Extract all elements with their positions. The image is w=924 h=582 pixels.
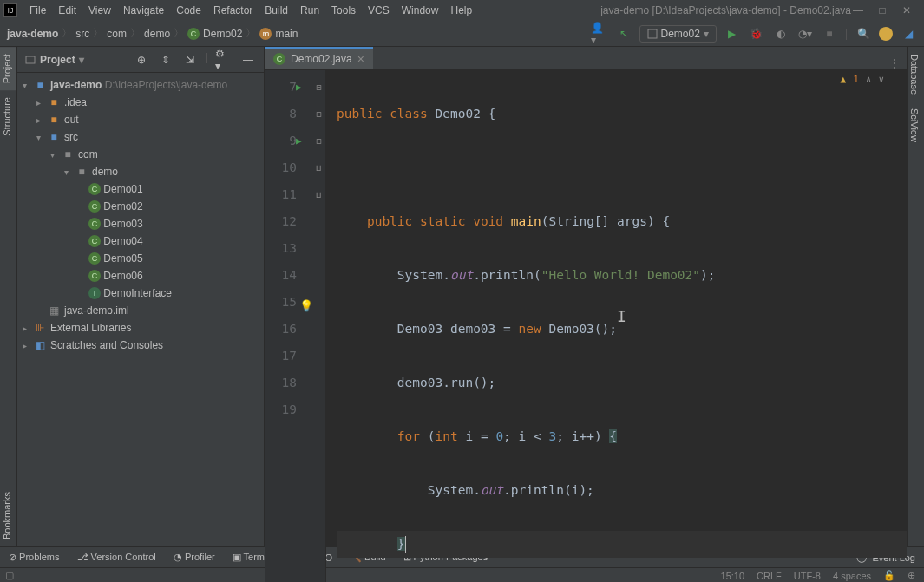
hide-icon[interactable]: — xyxy=(239,51,257,69)
tree-com-folder[interactable]: ▾■com xyxy=(17,146,264,163)
menu-refactor[interactable]: Refactor xyxy=(208,3,258,18)
run-config-selector[interactable]: Demo02 ▾ xyxy=(639,25,717,43)
build-icon[interactable]: ↖ xyxy=(615,25,632,43)
class-icon: C xyxy=(273,53,285,65)
tree-interface[interactable]: I DemoInterface xyxy=(17,284,264,302)
menu-vcs[interactable]: VCS xyxy=(363,3,395,18)
class-icon: C xyxy=(88,218,101,230)
editor-tab-label: Demo02.java xyxy=(291,53,352,65)
interface-icon: I xyxy=(88,287,101,299)
tree-class-demo05[interactable]: C Demo05 xyxy=(17,250,264,267)
add-user-icon[interactable]: 👤▾ xyxy=(591,25,608,43)
expand-all-icon[interactable]: ⇕ xyxy=(157,51,174,69)
collapse-all-icon[interactable]: ⇲ xyxy=(181,51,199,69)
select-opened-icon[interactable]: ⊕ xyxy=(133,51,150,69)
editor-tab-options[interactable]: ⋮ xyxy=(882,57,907,69)
method-icon: m xyxy=(259,28,272,40)
problems-tool[interactable]: ⊘ Problems xyxy=(9,552,60,563)
breadcrumb-item[interactable]: Demo02 xyxy=(203,28,242,40)
tree-iml-file[interactable]: ▦java-demo.iml xyxy=(17,302,264,319)
ide-updates-icon[interactable]: ◢ xyxy=(900,25,917,43)
svg-rect-0 xyxy=(648,29,657,38)
toolwindow-bookmarks-tab[interactable]: Bookmarks xyxy=(0,485,16,546)
project-icon xyxy=(24,54,36,66)
titlebar: IJ File Edit View Navigate Code Refactor… xyxy=(0,0,924,21)
stop-button[interactable]: ■ xyxy=(821,25,838,43)
project-panel-header: Project ▾ ⊕ ⇕ ⇲ | ⚙ ▾ — xyxy=(17,47,264,73)
navbar: java-demo 〉 src 〉 com 〉 demo 〉 C Demo02 … xyxy=(0,21,924,47)
menu-tools[interactable]: Tools xyxy=(326,3,361,18)
menu-window[interactable]: Window xyxy=(396,3,444,18)
class-icon: C xyxy=(88,235,101,247)
profile-button[interactable]: ◔▾ xyxy=(796,25,814,43)
menu-build[interactable]: Build xyxy=(259,3,293,18)
tree-class-demo01[interactable]: C Demo01 xyxy=(17,180,264,198)
vcs-tool[interactable]: ⎇ Version Control xyxy=(77,552,156,563)
profiler-tool[interactable]: ◔ Profiler xyxy=(174,552,215,563)
class-icon: C xyxy=(88,270,101,282)
tree-idea-folder[interactable]: ▸■.idea xyxy=(17,94,264,111)
breadcrumb-item[interactable]: main xyxy=(275,28,298,40)
svg-rect-1 xyxy=(26,56,35,63)
toolwindow-sciview-tab[interactable]: SciView xyxy=(908,101,921,149)
search-icon[interactable]: 🔍 xyxy=(855,25,872,43)
tree-class-demo04[interactable]: C Demo04 xyxy=(17,232,264,250)
menu-help[interactable]: Help xyxy=(445,3,477,18)
maximize-button[interactable]: □ xyxy=(875,3,889,17)
code-editor[interactable]: public class Demo02 { public static void… xyxy=(326,70,907,582)
coverage-button[interactable]: ◐ xyxy=(772,25,790,43)
toolwindow-toggle-icon[interactable]: ▢ xyxy=(5,570,14,581)
toolwindow-structure-tab[interactable]: Structure xyxy=(0,90,16,143)
tree-class-demo02[interactable]: C Demo02 xyxy=(17,198,264,215)
project-panel-title[interactable]: Project ▾ xyxy=(24,54,84,66)
tab-close-icon[interactable]: × xyxy=(357,52,364,66)
toolwindow-database-tab[interactable]: Database xyxy=(908,47,921,101)
fold-gutter[interactable]: ⊟⊟⊟⊔⊔ xyxy=(312,70,326,582)
minimize-button[interactable]: — xyxy=(851,3,865,17)
tree-out-folder[interactable]: ▸■out xyxy=(17,111,264,128)
editor-body[interactable]: 789 101112 131415 161718 19 ▶ ▶ 💡 ⊟⊟⊟⊔⊔ … xyxy=(265,70,907,582)
toolwindow-project-tab[interactable]: Project xyxy=(0,47,16,90)
tree-external-libs[interactable]: ▸⊪External Libraries xyxy=(17,319,264,337)
config-icon xyxy=(647,29,658,39)
breadcrumb-item[interactable]: com xyxy=(107,28,127,40)
warning-icon: ▲ xyxy=(841,74,847,85)
breadcrumb: java-demo 〉 src 〉 com 〉 demo 〉 C Demo02 … xyxy=(7,26,298,41)
app-icon: IJ xyxy=(3,3,17,17)
tree-demo-folder[interactable]: ▾■demo xyxy=(17,163,264,180)
close-button[interactable]: ✕ xyxy=(900,3,914,17)
status-extra-icon[interactable]: ⊕ xyxy=(908,570,915,581)
tree-class-demo06[interactable]: C Demo06 xyxy=(17,267,264,284)
run-gutter-icon[interactable]: ▶ xyxy=(296,74,302,101)
menu-file[interactable]: File xyxy=(24,3,51,18)
avatar[interactable] xyxy=(879,27,893,41)
debug-button[interactable]: 🐞 xyxy=(748,25,765,43)
tree-root[interactable]: ▾■java-demo D:\IdeaProjects\java-demo xyxy=(17,76,264,94)
settings-icon[interactable]: ⚙ ▾ xyxy=(215,51,233,69)
project-panel: Project ▾ ⊕ ⇕ ⇲ | ⚙ ▾ — ▾■java-demo D:\I… xyxy=(17,47,265,546)
breadcrumb-item[interactable]: demo xyxy=(144,28,170,40)
tree-class-demo03[interactable]: C Demo03 xyxy=(17,215,264,232)
class-icon: C xyxy=(187,28,200,40)
intention-bulb-icon[interactable]: 💡 xyxy=(299,292,313,319)
menu-code[interactable]: Code xyxy=(171,3,206,18)
breadcrumb-item[interactable]: java-demo xyxy=(7,28,58,40)
line-number-gutter[interactable]: 789 101112 131415 161718 19 ▶ ▶ 💡 xyxy=(265,70,312,582)
main-layout: Project Structure Bookmarks Project ▾ ⊕ … xyxy=(0,47,924,546)
tree-scratches[interactable]: ▸◧Scratches and Consoles xyxy=(17,337,264,354)
menu-view[interactable]: View xyxy=(83,3,116,18)
breadcrumb-item[interactable]: src xyxy=(75,28,89,40)
menu-run[interactable]: Run xyxy=(295,3,324,18)
menu-navigate[interactable]: Navigate xyxy=(118,3,169,18)
run-button[interactable]: ▶ xyxy=(724,25,741,43)
tree-src-folder[interactable]: ▾■src xyxy=(17,128,264,146)
inspection-widget[interactable]: ▲1 ∧∨ xyxy=(841,74,885,85)
editor-tabbar: C Demo02.java × ⋮ xyxy=(265,47,907,70)
editor-tab-demo02[interactable]: C Demo02.java × xyxy=(265,47,373,69)
run-config-name: Demo02 xyxy=(661,28,700,40)
run-gutter-icon[interactable]: ▶ xyxy=(296,128,302,154)
left-toolwindow-bar: Project Structure Bookmarks xyxy=(0,47,17,546)
class-icon: C xyxy=(88,200,101,213)
right-toolwindow-bar: Database SciView xyxy=(907,47,924,546)
menu-edit[interactable]: Edit xyxy=(53,3,82,18)
